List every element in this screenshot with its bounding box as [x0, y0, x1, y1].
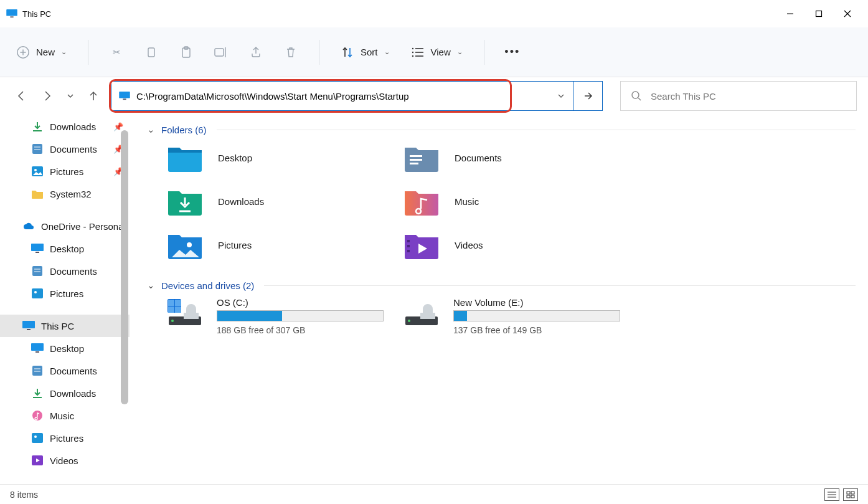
sidebar-item-pc-desktop[interactable]: Desktop	[0, 337, 130, 359]
sidebar-item-od-desktop[interactable]: Desktop	[0, 237, 130, 260]
svg-rect-38	[27, 329, 31, 330]
toolbar: New ⌄ ✂ Sort ⌄ View ⌄ •••	[0, 27, 868, 77]
chevron-down-icon: ⌄	[61, 48, 67, 56]
pictures-icon	[31, 432, 44, 444]
address-bar[interactable]	[111, 81, 549, 111]
svg-rect-58	[168, 300, 174, 306]
sidebar-item-thispc[interactable]: This PC	[0, 315, 130, 337]
svg-point-47	[34, 435, 37, 438]
rename-icon	[214, 45, 228, 59]
chevron-down-icon: ⌄	[457, 48, 463, 56]
content-area: ⌄ Folders (6) Desktop Documents Download…	[130, 115, 868, 484]
videos-icon	[402, 229, 441, 261]
folder-videos[interactable]: Videos	[402, 229, 639, 261]
back-button[interactable]	[12, 87, 30, 105]
this-pc-icon	[119, 92, 130, 100]
sidebar-item-od-documents[interactable]: Documents	[0, 260, 130, 282]
icons-view-button[interactable]	[843, 488, 858, 501]
svg-rect-61	[175, 307, 181, 313]
sidebar-item-pc-videos[interactable]: Videos	[0, 449, 130, 472]
svg-rect-1	[10, 16, 13, 17]
sidebar-item-pc-pictures[interactable]: Pictures	[0, 427, 130, 449]
svg-point-63	[171, 320, 174, 322]
paste-button[interactable]	[172, 40, 200, 64]
navigation-pane: Downloads📌 Documents📌 Pictures📌 System32…	[0, 115, 130, 484]
cloud-icon	[22, 221, 35, 232]
status-bar: 8 items	[0, 484, 868, 504]
forward-button[interactable]	[39, 87, 56, 105]
scissors-icon: ✂	[110, 45, 123, 59]
share-button[interactable]	[242, 40, 270, 64]
sidebar-item-documents[interactable]: Documents📌	[0, 138, 130, 160]
window-title: This PC	[22, 9, 51, 19]
search-box[interactable]: Search This PC	[620, 81, 857, 111]
address-input[interactable]	[136, 91, 541, 102]
rename-button[interactable]	[207, 40, 235, 64]
sidebar-item-pc-downloads[interactable]: Downloads	[0, 382, 130, 404]
delete-button[interactable]	[276, 40, 305, 64]
sidebar-item-pictures[interactable]: Pictures📌	[0, 160, 130, 183]
svg-point-53	[187, 242, 192, 247]
folder-documents[interactable]: Documents	[402, 141, 639, 174]
sidebar-item-downloads[interactable]: Downloads📌	[0, 115, 130, 138]
maximize-button[interactable]	[804, 4, 833, 24]
sort-button[interactable]: Sort ⌄	[333, 40, 397, 64]
svg-rect-72	[851, 495, 854, 498]
folder-pictures[interactable]: Pictures	[166, 229, 402, 261]
drive-c[interactable]: OS (C:) 188 GB free of 307 GB	[166, 297, 402, 335]
sidebar-item-onedrive[interactable]: OneDrive - Personal	[0, 215, 130, 237]
drive-e[interactable]: New Volume (E:) 137 GB free of 149 GB	[402, 297, 639, 335]
svg-rect-12	[215, 49, 224, 56]
sidebar-item-pc-documents[interactable]: Documents	[0, 359, 130, 382]
pictures-icon	[31, 288, 44, 299]
view-button[interactable]: View ⌄	[403, 40, 470, 64]
svg-rect-54	[407, 240, 410, 242]
details-view-button[interactable]	[824, 488, 839, 501]
svg-rect-21	[123, 98, 126, 100]
separator	[484, 40, 484, 65]
folders-section-header[interactable]: ⌄ Folders (6)	[147, 124, 856, 135]
drives-section-header[interactable]: ⌄ Devices and drives (2)	[147, 280, 856, 291]
sidebar-scrollbar[interactable]	[118, 115, 130, 484]
cut-button[interactable]: ✂	[102, 40, 131, 64]
pictures-icon	[166, 229, 204, 261]
svg-rect-70	[851, 492, 854, 494]
sidebar-item-pc-music[interactable]: Music	[0, 404, 130, 427]
folder-desktop[interactable]: Desktop	[166, 141, 402, 174]
svg-point-16	[412, 51, 413, 52]
svg-line-23	[638, 98, 641, 100]
svg-rect-49	[410, 155, 422, 157]
folder-downloads[interactable]: Downloads	[166, 185, 402, 217]
sidebar-item-system32[interactable]: System32	[0, 183, 130, 205]
separator	[88, 40, 88, 65]
trash-icon	[284, 45, 298, 59]
new-button[interactable]: New ⌄	[9, 40, 74, 64]
address-history-dropdown[interactable]	[549, 81, 573, 111]
recent-dropdown[interactable]	[65, 87, 76, 105]
svg-rect-37	[22, 321, 35, 328]
folder-music[interactable]: Music	[402, 185, 639, 217]
svg-point-65	[408, 320, 410, 322]
copy-button[interactable]	[137, 40, 166, 64]
svg-rect-51	[410, 163, 418, 164]
search-placeholder: Search This PC	[651, 91, 716, 102]
copy-icon	[144, 45, 158, 59]
document-icon	[31, 143, 44, 155]
close-button[interactable]	[833, 4, 862, 24]
chevron-down-icon: ⌄	[147, 280, 155, 291]
more-button[interactable]: •••	[498, 40, 527, 64]
address-go-button[interactable]	[573, 81, 603, 111]
desktop-icon	[31, 243, 44, 254]
svg-rect-46	[32, 433, 43, 443]
svg-rect-20	[119, 92, 130, 98]
download-icon	[31, 388, 44, 399]
new-icon	[16, 45, 30, 59]
svg-point-36	[34, 291, 37, 293]
desktop-icon	[166, 141, 204, 174]
music-icon	[31, 410, 44, 421]
minimize-button[interactable]	[776, 4, 804, 24]
desktop-icon	[31, 343, 44, 354]
pictures-icon	[31, 166, 44, 177]
up-button[interactable]	[85, 87, 102, 105]
sidebar-item-od-pictures[interactable]: Pictures	[0, 282, 130, 305]
